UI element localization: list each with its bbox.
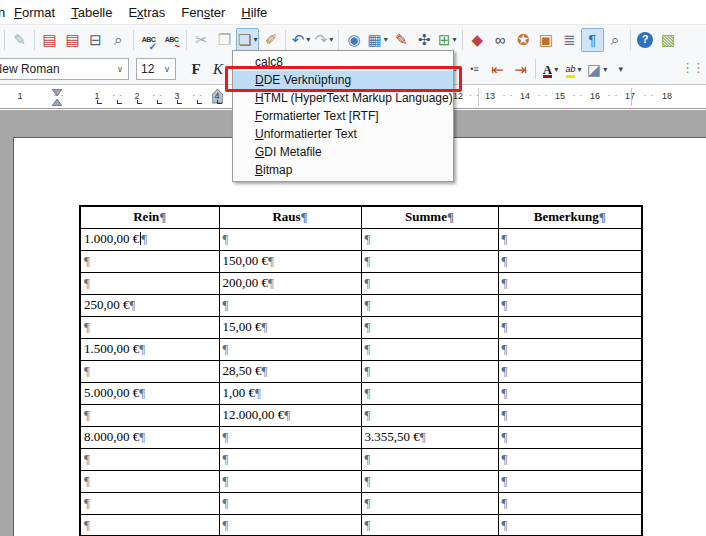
table-cell[interactable]: ¶	[361, 404, 498, 426]
bold-button[interactable]: F	[186, 58, 206, 80]
export-pdf-button[interactable]: ▤	[38, 28, 61, 52]
table-cell[interactable]: 3.355,50 €¶	[361, 426, 498, 448]
bullet-list-button[interactable]: •≡	[463, 57, 486, 81]
insert-table-button[interactable]: ▦▾	[365, 28, 389, 52]
table-cell[interactable]: ¶	[219, 470, 361, 492]
navigator-button[interactable]: ✪	[512, 28, 535, 52]
find-replace-button[interactable]: ∞	[489, 28, 512, 52]
column-header[interactable]: Bemerkung¶	[498, 206, 642, 228]
table-cell[interactable]: ¶	[498, 316, 642, 338]
table-cell[interactable]: ¶	[498, 294, 642, 316]
export-pdf-direct-button[interactable]: ▤	[61, 28, 84, 52]
background-color-button[interactable]: ◪▾	[585, 57, 609, 81]
background-color-dropdown-arrow[interactable]: ▾	[603, 65, 607, 74]
table-cell[interactable]: ¶	[361, 316, 498, 338]
tab-stop-marker[interactable]	[217, 100, 222, 104]
table-cell[interactable]: ¶	[498, 338, 642, 360]
tab-stop-marker[interactable]	[197, 100, 202, 104]
formatting-marks-button[interactable]: ¶	[581, 28, 604, 52]
table-cell[interactable]: ¶	[361, 514, 498, 536]
table-cell[interactable]: 150,00 €¶	[219, 250, 361, 272]
column-header[interactable]: Summe¶	[361, 206, 498, 228]
table-cell[interactable]: ¶	[361, 382, 498, 404]
table-cell[interactable]: ¶	[498, 382, 642, 404]
insert-object-button[interactable]: ✣	[413, 28, 436, 52]
tab-stop-marker[interactable]	[157, 100, 162, 104]
decrease-indent-button[interactable]: ⇤	[486, 57, 509, 81]
table-cell[interactable]: ¶	[219, 492, 361, 514]
table-cell[interactable]: ¶	[361, 448, 498, 470]
table-cell[interactable]: ¶	[80, 316, 219, 338]
chevron-down-icon[interactable]: ∨	[112, 64, 128, 74]
insert-table-dropdown-arrow[interactable]: ▾	[384, 35, 388, 44]
gallery-button[interactable]: ▣	[535, 28, 558, 52]
table-cell[interactable]: 200,00 €¶	[219, 272, 361, 294]
data-sources-button[interactable]: ≣	[558, 28, 581, 52]
table-cell[interactable]: 5.000,00 €¶	[80, 382, 219, 404]
zoom-button[interactable]: ⌕	[604, 28, 627, 52]
shapes-button[interactable]: ◆	[466, 28, 489, 52]
page[interactable]: Rein¶Raus¶Summe¶Bemerkung¶ 1.000,00 €¶¶¶…	[13, 137, 706, 536]
table-cell[interactable]: ¶	[361, 250, 498, 272]
highlight-color-button[interactable]: ab▾	[562, 57, 585, 81]
table-cell[interactable]: 15,00 €¶	[219, 316, 361, 338]
column-header[interactable]: Raus¶	[219, 206, 361, 228]
paste-menu-item[interactable]: GDI Metafile	[233, 143, 453, 161]
redo-dropdown-arrow[interactable]: ▾	[329, 35, 333, 44]
redo-button[interactable]: ↷▾	[312, 28, 335, 52]
font-color-button[interactable]: A▾	[539, 57, 562, 81]
paste-menu-item[interactable]: Formatierter Text [RTF]	[233, 107, 453, 125]
auto-spellcheck-button[interactable]: ABC~	[160, 28, 183, 52]
font-size-combo[interactable]: 12 ∨	[136, 58, 176, 80]
table-cell[interactable]: ¶	[498, 404, 642, 426]
increase-indent-button[interactable]: ⇥	[509, 57, 532, 81]
table-cell[interactable]: ¶	[361, 492, 498, 514]
table-cell[interactable]: ¶	[219, 228, 361, 250]
undo-dropdown-arrow[interactable]: ▾	[306, 35, 310, 44]
table-cell[interactable]: ¶	[80, 492, 219, 514]
table-cell[interactable]: ¶	[498, 492, 642, 514]
table-cell[interactable]: 12.000,00 €¶	[219, 404, 361, 426]
table-cell[interactable]: ¶	[80, 360, 219, 382]
draw-functions-button[interactable]: ✎	[390, 28, 413, 52]
table-cell[interactable]: ¶	[498, 448, 642, 470]
menu-item-fenster[interactable]: Fenster	[173, 2, 233, 23]
table-cell[interactable]: ¶	[80, 250, 219, 272]
table-cell[interactable]: ¶	[219, 294, 361, 316]
table-cell[interactable]: ¶	[80, 470, 219, 492]
clone-formatting-button[interactable]: ✐	[259, 28, 282, 52]
menu-item-tabelle[interactable]: Tabelle	[63, 2, 120, 23]
table-cell[interactable]: ¶	[498, 360, 642, 382]
partial-button[interactable]: ▧	[657, 28, 680, 52]
tab-stop-marker[interactable]	[117, 100, 122, 104]
table-cell[interactable]: ¶	[498, 228, 642, 250]
toolbar-overflow-button[interactable]: ▾	[609, 57, 632, 81]
help-button[interactable]: ?	[634, 28, 657, 52]
table-cell[interactable]: ¶	[361, 272, 498, 294]
table-cell[interactable]: ¶	[219, 426, 361, 448]
font-color-dropdown-arrow[interactable]: ▾	[554, 65, 558, 74]
print-preview-button[interactable]: ⌕	[107, 28, 130, 52]
table-cell[interactable]: ¶	[498, 250, 642, 272]
paste-dropdown-arrow[interactable]: ▾	[253, 35, 257, 44]
paste-menu-item[interactable]: Bitmap	[233, 161, 453, 179]
table-cell[interactable]: ¶	[498, 470, 642, 492]
table-cell[interactable]: ¶	[361, 228, 498, 250]
table-cell[interactable]: 8.000,00 €¶	[80, 426, 219, 448]
table-cell[interactable]: 1.500,00 €¶	[80, 338, 219, 360]
table-cell[interactable]: ¶	[498, 272, 642, 294]
table-cell[interactable]: 250,00 €¶	[80, 294, 219, 316]
menu-item-hilfe[interactable]: Hilfe	[233, 2, 275, 23]
insert-fields-dropdown-arrow[interactable]: ▾	[452, 35, 456, 44]
tab-stop-marker[interactable]	[97, 100, 102, 104]
table-cell[interactable]: 28,50 €¶	[219, 360, 361, 382]
font-name-combo[interactable]: Times New Roman ∨	[0, 58, 129, 80]
table-cell[interactable]: ¶	[80, 514, 219, 536]
paste-button[interactable]: ❏▾	[236, 28, 259, 52]
table-cell[interactable]: ¶	[361, 360, 498, 382]
table-cell[interactable]: 1.000,00 €¶	[80, 228, 219, 250]
table-cell[interactable]: ¶	[498, 514, 642, 536]
tab-stop-marker[interactable]	[177, 100, 182, 104]
table-cell[interactable]: ¶	[219, 338, 361, 360]
toolbar-handle[interactable]: ⋮⋮	[681, 60, 703, 75]
